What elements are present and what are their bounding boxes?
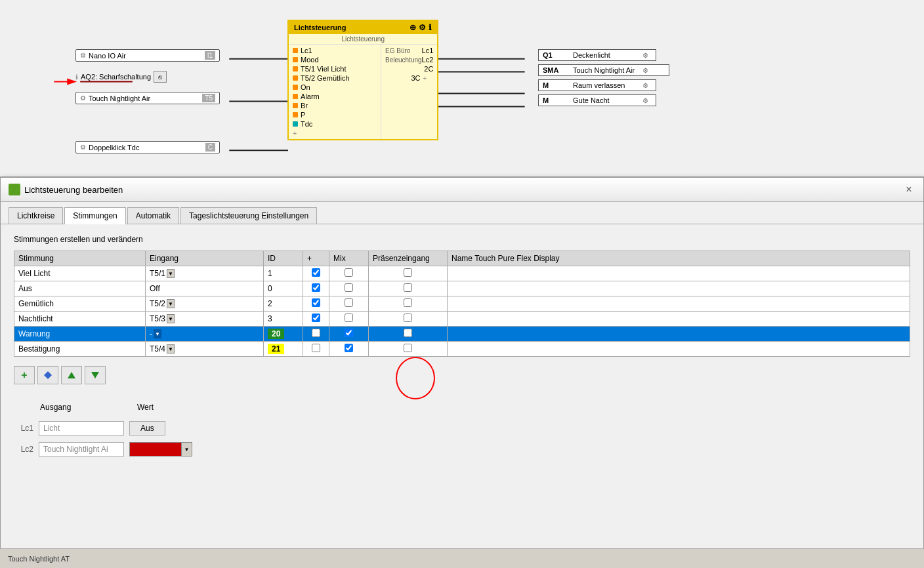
- move-up-button[interactable]: [61, 366, 82, 384]
- aq2-info-icon: ℹ: [75, 73, 78, 81]
- lc2-input[interactable]: [39, 442, 124, 456]
- cell-id-2[interactable]: 2: [264, 296, 303, 312]
- cell-id-3[interactable]: 3: [264, 312, 303, 327]
- mix-check-3[interactable]: [345, 314, 353, 322]
- dropdown-3[interactable]: ▼: [167, 314, 175, 323]
- doppelklick-label: Doppelklick Tdc: [89, 144, 139, 152]
- close-button[interactable]: ×: [902, 183, 915, 196]
- cell-name-2: [448, 296, 910, 312]
- tab-automatik[interactable]: Automatik: [127, 207, 179, 224]
- mix-check-0[interactable]: [345, 268, 353, 277]
- dialog-titlebar: Lichtsteuerung bearbeiten ×: [1, 178, 923, 202]
- cell-eingang-5: T5/4▼: [146, 342, 264, 357]
- output-q1[interactable]: Q1 Deckenlicht ⚙: [538, 49, 656, 61]
- mix-check-5[interactable]: [345, 344, 353, 352]
- cell-plus-4[interactable]: [303, 327, 329, 342]
- cell-mix-4[interactable]: [329, 327, 369, 342]
- dropdown-2[interactable]: ▼: [167, 299, 175, 308]
- dropdown-5[interactable]: ▼: [167, 344, 175, 354]
- table-row[interactable]: Viel Licht T5/1▼ 1: [14, 266, 910, 281]
- output-sma[interactable]: SMA Touch Nightlight Air ⚙: [538, 64, 669, 76]
- lc2-color-box[interactable]: [129, 442, 182, 456]
- aq2-label: AQ2: Scharfschaltung: [81, 73, 151, 81]
- plus-check-5[interactable]: [312, 344, 320, 352]
- cell-mix-0[interactable]: [329, 266, 369, 281]
- cell-praesenz-1[interactable]: [369, 281, 448, 296]
- praesenz-check-5[interactable]: [404, 344, 412, 352]
- eingang-value-3: T5/3: [150, 314, 165, 323]
- tab-lichtkreise[interactable]: Lichtkreise: [9, 207, 63, 224]
- praesenz-check-1[interactable]: [404, 283, 412, 292]
- delete-button[interactable]: [37, 366, 58, 384]
- cell-stimmung-4: Warnung: [14, 327, 146, 342]
- plus-check-3[interactable]: [312, 314, 320, 322]
- output-m1-label: Raum verlassen: [573, 81, 639, 89]
- tab-tageslicht[interactable]: Tageslichtsteuerung Einstellungen: [180, 207, 317, 224]
- table-row[interactable]: Gemütlich T5/2▼ 2: [14, 296, 910, 312]
- move-down-button[interactable]: [85, 366, 106, 384]
- mix-check-1[interactable]: [345, 283, 353, 292]
- nano-io-port: I1: [205, 51, 215, 60]
- output-m1[interactable]: M Raum verlassen ⚙: [538, 79, 656, 91]
- plus-check-1[interactable]: [312, 283, 320, 292]
- cell-mix-2[interactable]: [329, 296, 369, 312]
- cell-eingang-0: T5/1▼: [146, 266, 264, 281]
- cell-id-1[interactable]: 0: [264, 281, 303, 296]
- lc2-color-dropdown-btn[interactable]: ▼: [182, 442, 192, 456]
- plus-check-4[interactable]: [312, 329, 320, 337]
- central-add-icon[interactable]: ⊕: [410, 23, 416, 32]
- aq2-export-btn[interactable]: ⎋: [154, 71, 167, 83]
- nano-io-node[interactable]: ⚙ Nano IO Air I1: [75, 49, 220, 62]
- dropdown-4[interactable]: ▼: [154, 329, 161, 338]
- cell-name-1: [448, 281, 910, 296]
- table-row[interactable]: Bestätigung T5/4▼ 21: [14, 342, 910, 357]
- mix-check-2[interactable]: [345, 298, 353, 307]
- eingang-value-0: T5/1: [150, 269, 165, 278]
- table-row-selected[interactable]: Warnung -▼ 20: [14, 327, 910, 342]
- dropdown-0[interactable]: ▼: [167, 269, 175, 278]
- lc1-input[interactable]: [39, 421, 124, 436]
- output-m1-port: M: [543, 81, 569, 89]
- cell-praesenz-4[interactable]: [369, 327, 448, 342]
- table-wrapper: Stimmung Eingang ID + Mix Präsenzeingang…: [14, 251, 910, 357]
- cell-mix-5[interactable]: [329, 342, 369, 357]
- cell-praesenz-2[interactable]: [369, 296, 448, 312]
- praesenz-check-0[interactable]: [404, 268, 412, 277]
- doppelklick-node[interactable]: ⚙ Doppelklick Tdc C: [75, 141, 220, 153]
- table-row[interactable]: Aus Off 0: [14, 281, 910, 296]
- lc1-value-btn[interactable]: Aus: [129, 421, 165, 436]
- plus-check-0[interactable]: [312, 268, 320, 277]
- cell-name-0: [448, 266, 910, 281]
- output-m2[interactable]: M Gute Nacht ⚙: [538, 94, 656, 106]
- table-row[interactable]: Nachtlicht T5/3▼ 3: [14, 312, 910, 327]
- cell-praesenz-5[interactable]: [369, 342, 448, 357]
- tab-stimmungen[interactable]: Stimmungen: [64, 207, 125, 224]
- mix-check-4[interactable]: [345, 329, 353, 337]
- central-gear-icon[interactable]: ⚙: [419, 23, 426, 32]
- cell-praesenz-3[interactable]: [369, 312, 448, 327]
- cell-plus-3[interactable]: [303, 312, 329, 327]
- col-ausgang-label: Ausgang: [40, 403, 132, 412]
- add-button[interactable]: +: [14, 366, 35, 384]
- cell-id-4[interactable]: 20: [264, 327, 303, 342]
- cell-id-5[interactable]: 21: [264, 342, 303, 357]
- cell-plus-1[interactable]: [303, 281, 329, 296]
- col-praesenz: Präsenzeingang: [369, 251, 448, 266]
- praesenz-check-3[interactable]: [404, 314, 412, 322]
- col-id: ID: [264, 251, 303, 266]
- cell-mix-3[interactable]: [329, 312, 369, 327]
- plus-check-2[interactable]: [312, 298, 320, 307]
- dialog: Lichtsteuerung bearbeiten × Lichtkreise …: [0, 177, 924, 568]
- touch-nightlight-node[interactable]: ⚙ Touch Nightlight Air T5: [75, 92, 220, 104]
- toolbar: +: [14, 363, 910, 387]
- output-sma-label: Touch Nightlight Air: [573, 66, 639, 74]
- cell-mix-1[interactable]: [329, 281, 369, 296]
- col-mix: Mix: [329, 251, 369, 266]
- cell-plus-2[interactable]: [303, 296, 329, 312]
- praesenz-check-4[interactable]: [404, 329, 412, 337]
- cell-plus-5[interactable]: [303, 342, 329, 357]
- cell-praesenz-0[interactable]: [369, 266, 448, 281]
- cell-plus-0[interactable]: [303, 266, 329, 281]
- praesenz-check-2[interactable]: [404, 298, 412, 307]
- cell-id-0[interactable]: 1: [264, 266, 303, 281]
